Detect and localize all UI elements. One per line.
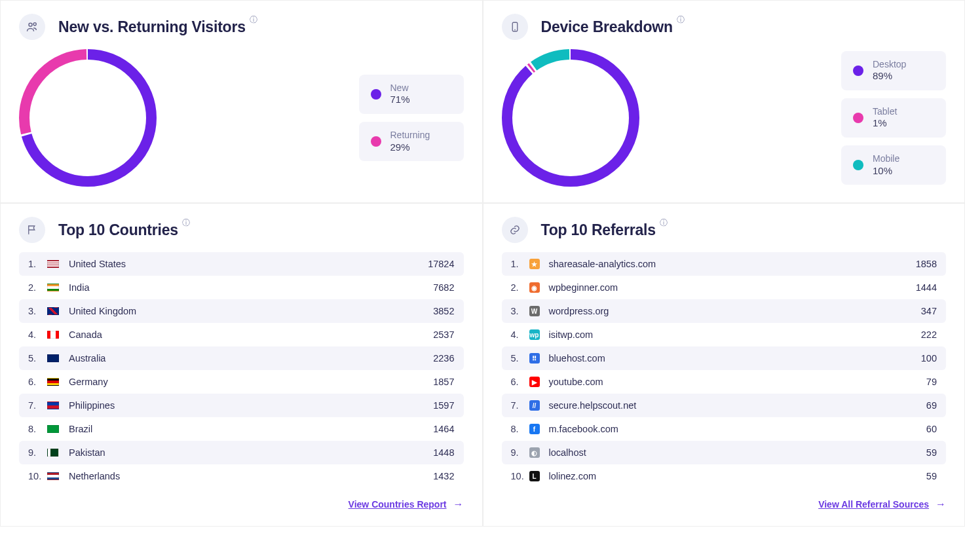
info-icon[interactable]: ⓘ bbox=[250, 14, 257, 26]
legend-item[interactable]: Desktop 89% bbox=[841, 51, 946, 90]
countries-list: 1. United States 17824 2. India 7682 3. … bbox=[19, 252, 464, 488]
row-count: 2236 bbox=[433, 353, 454, 364]
favicon-icon: ◐ bbox=[529, 447, 540, 458]
legend-label: New bbox=[390, 83, 410, 94]
countries-panel: Top 10 Countries ⓘ 1. United States 1782… bbox=[0, 203, 483, 527]
visitors-donut-chart bbox=[19, 49, 157, 187]
svg-point-6 bbox=[507, 54, 634, 181]
row-name: United States bbox=[69, 259, 428, 269]
legend-label: Mobile bbox=[873, 153, 899, 165]
row-count: 1597 bbox=[433, 400, 454, 411]
table-row[interactable]: 7. // secure.helpscout.net 69 bbox=[502, 394, 947, 417]
info-icon[interactable]: ⓘ bbox=[660, 217, 668, 229]
row-count: 59 bbox=[926, 447, 937, 458]
row-rank: 8. bbox=[28, 424, 47, 434]
row-name: wpbeginner.com bbox=[549, 282, 916, 293]
table-row[interactable]: 9. Pakistan 1448 bbox=[19, 441, 464, 464]
row-count: 1448 bbox=[433, 447, 454, 458]
view-countries-link[interactable]: View Countries Report bbox=[349, 499, 447, 510]
legend-value: 1% bbox=[873, 117, 897, 130]
favicon-icon: ★ bbox=[529, 259, 540, 269]
info-icon[interactable]: ⓘ bbox=[677, 14, 685, 26]
row-count: 79 bbox=[926, 377, 937, 387]
table-row[interactable]: 8. Brazil 1464 bbox=[19, 417, 464, 441]
row-count: 100 bbox=[921, 353, 937, 364]
table-row[interactable]: 5. Australia 2236 bbox=[19, 346, 464, 370]
panel-title: Top 10 Referrals bbox=[541, 221, 656, 239]
panel-title: Device Breakdown bbox=[541, 18, 673, 36]
row-name: bluehost.com bbox=[549, 353, 921, 364]
table-row[interactable]: 3. W wordpress.org 347 bbox=[502, 299, 947, 323]
row-rank: 4. bbox=[28, 329, 47, 340]
row-rank: 10. bbox=[511, 471, 529, 481]
legend-item[interactable]: Returning 29% bbox=[359, 122, 464, 161]
row-rank: 3. bbox=[28, 306, 47, 316]
row-rank: 6. bbox=[28, 377, 47, 387]
legend-item[interactable]: New 71% bbox=[359, 75, 464, 114]
info-icon[interactable]: ⓘ bbox=[182, 217, 190, 229]
flag-icon-us bbox=[47, 259, 60, 269]
favicon-icon: f bbox=[529, 424, 540, 434]
row-name: United Kingdom bbox=[69, 306, 433, 316]
table-row[interactable]: 5. ⠿ bluehost.com 100 bbox=[502, 346, 947, 370]
row-count: 1444 bbox=[916, 282, 937, 293]
table-row[interactable]: 6. Germany 1857 bbox=[19, 370, 464, 394]
table-row[interactable]: 1. United States 17824 bbox=[19, 252, 464, 276]
legend-value: 89% bbox=[873, 70, 906, 83]
row-name: Netherlands bbox=[69, 471, 433, 481]
row-count: 222 bbox=[921, 329, 937, 340]
flag-icon-ph bbox=[47, 401, 60, 410]
table-row[interactable]: 10. Netherlands 1432 bbox=[19, 464, 464, 488]
row-count: 69 bbox=[926, 400, 937, 411]
favicon-icon: L bbox=[529, 471, 540, 481]
row-name: wordpress.org bbox=[549, 306, 921, 316]
row-name: Australia bbox=[69, 353, 433, 364]
row-rank: 1. bbox=[28, 259, 47, 269]
table-row[interactable]: 3. United Kingdom 3852 bbox=[19, 299, 464, 323]
table-row[interactable]: 7. Philippines 1597 bbox=[19, 394, 464, 417]
row-name: localhost bbox=[549, 447, 926, 458]
legend-item[interactable]: Mobile 10% bbox=[841, 145, 946, 185]
devices-panel: Device Breakdown ⓘ Desktop 89% Tablet 1% bbox=[483, 0, 966, 203]
row-count: 7682 bbox=[433, 282, 454, 293]
row-rank: 7. bbox=[28, 400, 47, 411]
favicon-icon: ◉ bbox=[529, 282, 540, 293]
table-row[interactable]: 6. ▶ youtube.com 79 bbox=[502, 370, 947, 394]
view-referrals-link[interactable]: View All Referral Sources bbox=[818, 499, 929, 510]
row-name: India bbox=[69, 282, 433, 293]
row-rank: 6. bbox=[511, 377, 529, 387]
table-row[interactable]: 2. India 7682 bbox=[19, 276, 464, 299]
row-name: Canada bbox=[69, 329, 433, 340]
flag-icon-nl bbox=[47, 472, 60, 481]
table-row[interactable]: 10. L lolinez.com 59 bbox=[502, 464, 947, 488]
row-rank: 5. bbox=[28, 353, 47, 364]
favicon-icon: W bbox=[529, 306, 540, 316]
row-count: 3852 bbox=[433, 306, 454, 316]
table-row[interactable]: 2. ◉ wpbeginner.com 1444 bbox=[502, 276, 947, 299]
devices-legend: Desktop 89% Tablet 1% Mobile 10% bbox=[841, 51, 946, 185]
link-icon bbox=[502, 217, 528, 243]
panel-header: Top 10 Countries ⓘ bbox=[19, 217, 464, 243]
favicon-icon: // bbox=[529, 400, 540, 411]
table-row[interactable]: 8. f m.facebook.com 60 bbox=[502, 417, 947, 441]
favicon-icon: wp bbox=[529, 329, 540, 340]
panel-header: Device Breakdown ⓘ bbox=[502, 14, 947, 40]
row-count: 2537 bbox=[433, 329, 454, 340]
row-name: isitwp.com bbox=[549, 329, 921, 340]
row-count: 1432 bbox=[433, 471, 454, 481]
flag-icon-pk bbox=[47, 448, 60, 457]
favicon-icon: ▶ bbox=[529, 377, 540, 387]
row-rank: 10. bbox=[28, 471, 47, 481]
table-row[interactable]: 4. wp isitwp.com 222 bbox=[502, 323, 947, 346]
legend-value: 10% bbox=[873, 165, 899, 177]
mobile-icon bbox=[502, 14, 528, 40]
row-name: lolinez.com bbox=[549, 471, 926, 481]
flag-icon-ca bbox=[47, 330, 60, 339]
row-rank: 9. bbox=[511, 447, 529, 458]
svg-point-0 bbox=[29, 23, 32, 26]
legend-item[interactable]: Tablet 1% bbox=[841, 98, 946, 138]
panel-title: Top 10 Countries bbox=[58, 221, 178, 239]
table-row[interactable]: 9. ◐ localhost 59 bbox=[502, 441, 947, 464]
table-row[interactable]: 4. Canada 2537 bbox=[19, 323, 464, 346]
table-row[interactable]: 1. ★ shareasale-analytics.com 1858 bbox=[502, 252, 947, 276]
